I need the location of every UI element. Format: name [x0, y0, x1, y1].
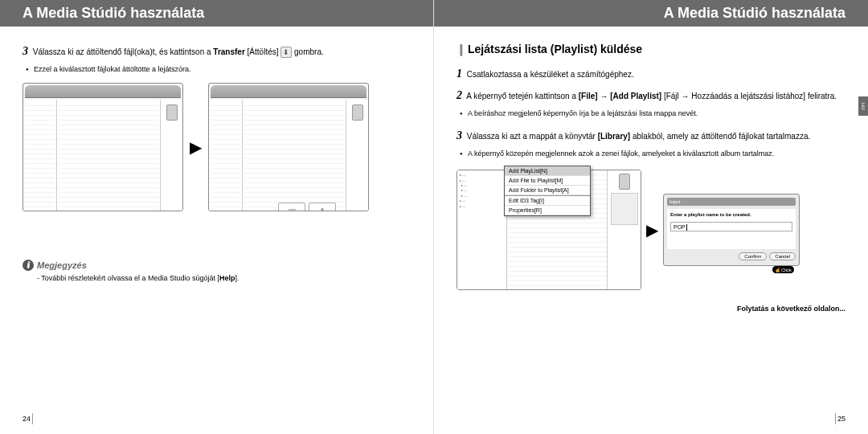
step-1: 1 Csatlakoztassa a készüléket a számítóg… — [457, 65, 845, 82]
app-window-before — [23, 83, 183, 211]
section-title: ❙Lejátszási lista (Playlist) küldése — [457, 43, 845, 55]
note-heading: i Megjegyzés — [23, 260, 411, 271]
menu-add-playlist[interactable]: Add PlayList[N] — [505, 166, 590, 176]
callout-button-2: ⬇ — [309, 203, 336, 211]
continued-text: Folytatás a következő oldalon... — [457, 305, 845, 313]
page-header-right: A Media Stúdió használata — [434, 0, 868, 27]
menu-edit-id3[interactable]: Edit ID3 Tag[I] — [505, 195, 590, 206]
callout-button-1: ▦ — [278, 203, 305, 211]
page-25: A Media Stúdió használata HU ❙Lejátszási… — [434, 0, 868, 434]
screenshot-row-left: ▶ ▦ ⬇ Click — [23, 83, 411, 211]
dialog-title: Input — [667, 198, 796, 206]
page-number-right: 25 — [837, 415, 845, 423]
app-window-after: ▦ ⬇ Click — [208, 83, 369, 211]
arrow-right-icon: ▶ — [646, 220, 658, 240]
step-number: 3 — [23, 45, 28, 57]
click-label-dialog: Click — [772, 266, 794, 273]
step-3-left: 3 Válassza ki az áttöltendő fájl(oka)t, … — [23, 43, 411, 59]
info-icon: i — [23, 260, 34, 271]
input-dialog: Input Enter a playlist name to be create… — [663, 194, 800, 266]
screenshot-row-right: ▸ —▸ — ▸ — ▸ — ▸ —▸ —▸ — Add PlayList[N]… — [457, 170, 845, 290]
menu-add-file[interactable]: Add File to Playlist[M] — [505, 176, 590, 186]
menu-add-folder[interactable]: Add Folder to Playlist[A] — [505, 186, 590, 195]
step-3-right: 3 Válassza ki azt a mappát a könyvtár [L… — [457, 127, 845, 144]
page-24: A Media Stúdió használata 3 Válassza ki … — [0, 0, 434, 434]
confirm-button[interactable]: Confirm — [739, 252, 767, 260]
transfer-icon — [280, 47, 292, 58]
playlist-name-input[interactable]: POP — [670, 222, 792, 231]
arrow-right-icon: ▶ — [190, 137, 202, 157]
context-menu: Add PlayList[N] Add File to Playlist[M] … — [504, 166, 591, 216]
bullet-transferred: Ezzel a kiválasztott fájlokat áttöltötte… — [34, 64, 411, 75]
step-2: 2 A képernyő tetején kattintson a [File]… — [457, 87, 845, 104]
menu-properties[interactable]: Properties[R] — [505, 206, 590, 215]
page-number-left: 24 — [23, 415, 31, 423]
lang-tab: HU — [858, 96, 868, 116]
dialog-prompt: Enter a playlist name to be created. — [670, 212, 792, 217]
cancel-button[interactable]: Cancel — [769, 252, 796, 260]
library-window: ▸ —▸ — ▸ — ▸ — ▸ —▸ —▸ — Add PlayList[N]… — [457, 170, 641, 290]
bullet-files-appear: A képernyő közepén megjelennek azok a ze… — [468, 149, 845, 159]
page-header-left: A Media Stúdió használata — [0, 0, 433, 27]
bullet-enter-name: A beíráshoz megjelenő képernyőn írja be … — [468, 108, 845, 119]
note-text: - További részletekért olvassa el a Medi… — [37, 274, 411, 282]
